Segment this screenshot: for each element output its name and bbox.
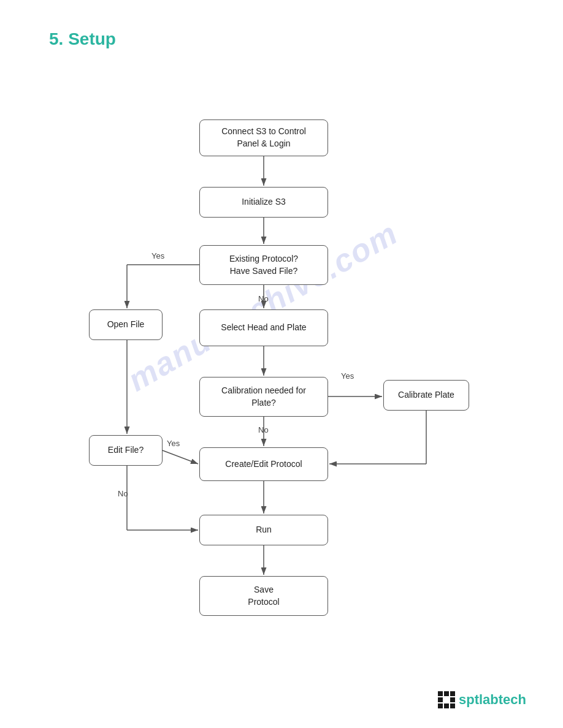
label-yes-edit: Yes [167, 439, 180, 448]
label-no-calibration: No [258, 425, 269, 434]
box-edit-file: Edit File? [89, 435, 163, 466]
box-open-file: Open File [89, 309, 163, 340]
label-yes-existing: Yes [151, 251, 164, 260]
grid-cell [438, 697, 443, 702]
label-no-edit: No [118, 489, 128, 498]
box-calibration: Calibration needed forPlate? [199, 377, 328, 417]
grid-cell [444, 697, 449, 702]
label-no-existing: No [258, 294, 269, 303]
box-initialize: Initialize S3 [199, 187, 328, 218]
box-create-edit: Create/Edit Protocol [199, 447, 328, 481]
brand-grid-icon [438, 691, 455, 708]
box-existing-protocol: Existing Protocol?Have Saved File? [199, 245, 328, 285]
grid-cell [450, 691, 455, 696]
box-connect: Connect S3 to ControlPanel & Login [199, 119, 328, 156]
brand-name-prefix: spt [459, 692, 479, 707]
svg-line-12 [163, 450, 198, 464]
brand-name-suffix: labtech [479, 692, 526, 707]
box-calibrate-plate: Calibrate Plate [383, 380, 469, 411]
watermark: manualachive.com [121, 214, 404, 399]
page-title: 5. Setup [0, 0, 563, 49]
grid-cell [450, 697, 455, 702]
grid-cell [450, 703, 455, 708]
box-select-head: Select Head and Plate [199, 309, 328, 346]
brand-logo: sptlabtech [438, 691, 526, 708]
flowchart: manualachive.com [0, 55, 563, 717]
label-yes-calibration: Yes [341, 371, 354, 381]
grid-cell [444, 691, 449, 696]
box-save-protocol: SaveProtocol [199, 576, 328, 616]
box-run: Run [199, 515, 328, 545]
grid-cell [444, 703, 449, 708]
grid-cell [438, 691, 443, 696]
brand-name: sptlabtech [459, 692, 526, 708]
grid-cell [438, 703, 443, 708]
